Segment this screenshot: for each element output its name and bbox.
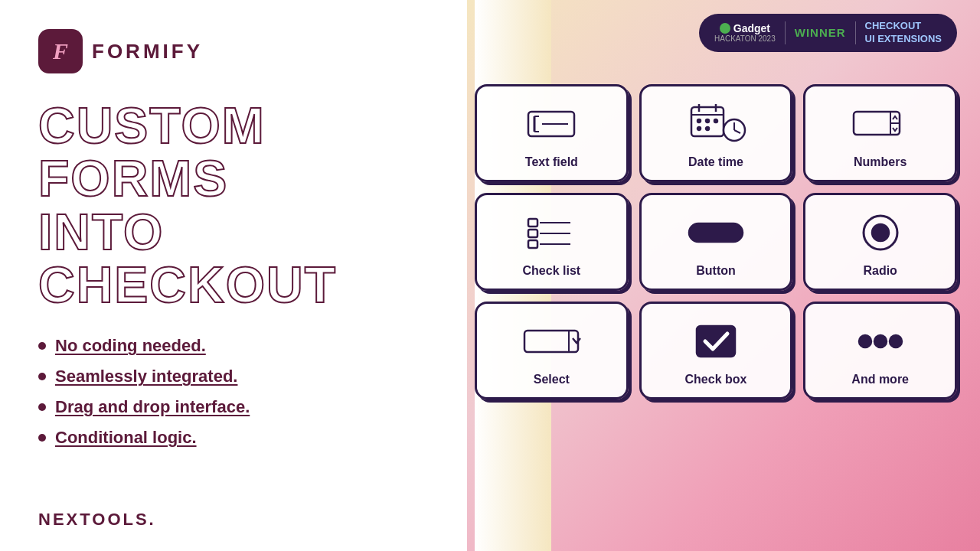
main-title: CUSTOM FORMS INTO CHECKOUT bbox=[38, 99, 459, 311]
headline-line2: INTO CHECKOUT bbox=[38, 206, 459, 312]
left-content: CUSTOM FORMS INTO CHECKOUT No coding nee… bbox=[38, 99, 459, 458]
feature-label: Drag and drop interface. bbox=[55, 397, 250, 417]
text-field-icon bbox=[513, 100, 590, 146]
svg-point-9 bbox=[697, 119, 701, 122]
form-card-button: Button bbox=[639, 193, 793, 291]
svg-point-32 bbox=[859, 335, 871, 347]
form-card-radio: Radio bbox=[803, 193, 957, 291]
gadget-icon bbox=[720, 23, 730, 34]
feature-label: No coding needed. bbox=[55, 336, 206, 356]
svg-point-11 bbox=[714, 119, 717, 122]
svg-point-13 bbox=[706, 127, 709, 130]
badge-divider bbox=[785, 21, 786, 44]
svg-rect-22 bbox=[528, 230, 537, 237]
form-card-check-box: Check box bbox=[639, 302, 793, 399]
feature-label: Conditional logic. bbox=[55, 428, 197, 448]
gadget-title: Gadget bbox=[720, 22, 770, 34]
form-card-numbers: Numbers bbox=[803, 84, 957, 182]
svg-point-28 bbox=[872, 224, 889, 241]
gadget-label: Gadget bbox=[733, 22, 770, 34]
badge-divider-2 bbox=[855, 21, 856, 44]
svg-point-12 bbox=[697, 127, 701, 130]
winner-label: WINNER bbox=[795, 26, 846, 39]
hackaton-label: HACKATON 2023 bbox=[714, 34, 776, 43]
bullet-icon bbox=[38, 373, 46, 380]
logo-box: F bbox=[38, 29, 83, 73]
card-label: Radio bbox=[863, 264, 897, 278]
svg-point-33 bbox=[874, 335, 887, 347]
feature-label: Seamlessly integrated. bbox=[55, 367, 237, 386]
svg-rect-24 bbox=[528, 240, 537, 248]
list-item: Seamlessly integrated. bbox=[38, 367, 459, 386]
form-card-select: Select bbox=[475, 302, 629, 399]
form-card-date-time: Date time bbox=[639, 84, 793, 182]
card-label: Check box bbox=[685, 373, 747, 386]
logo-area: F FORMIFY bbox=[38, 29, 203, 73]
check-box-icon bbox=[678, 318, 754, 364]
svg-point-34 bbox=[890, 335, 902, 347]
numbers-icon bbox=[842, 100, 919, 146]
nextools-logo: NEXTOOLS. bbox=[38, 510, 156, 530]
hackaton-badge: Gadget HACKATON 2023 WINNER CHECKOUTUI E… bbox=[699, 14, 957, 52]
form-card-check-list: Check list bbox=[475, 193, 629, 291]
bullet-icon bbox=[38, 342, 46, 350]
list-item: Conditional logic. bbox=[38, 428, 459, 448]
list-item: Drag and drop interface. bbox=[38, 397, 459, 417]
check-list-icon bbox=[513, 209, 590, 255]
card-label: Button bbox=[696, 264, 736, 278]
form-card-and-more: And more bbox=[803, 302, 957, 399]
svg-point-10 bbox=[706, 119, 709, 122]
select-icon bbox=[513, 318, 590, 364]
card-label: And more bbox=[851, 373, 909, 386]
card-label: Check list bbox=[523, 264, 581, 278]
svg-rect-29 bbox=[524, 331, 578, 352]
dots-icon bbox=[842, 318, 919, 364]
date-time-icon bbox=[678, 100, 754, 146]
radio-icon bbox=[842, 209, 919, 255]
svg-rect-31 bbox=[697, 326, 735, 357]
card-label: Numbers bbox=[854, 155, 906, 169]
button-icon bbox=[678, 209, 754, 255]
logo-f-letter: F bbox=[53, 38, 68, 64]
bullet-icon bbox=[38, 403, 46, 411]
card-label: Text field bbox=[525, 155, 578, 169]
checkout-label: CHECKOUTUI EXTENSIONS bbox=[865, 20, 942, 46]
svg-rect-20 bbox=[528, 219, 537, 227]
svg-rect-26 bbox=[689, 223, 743, 242]
headline-line1: CUSTOM FORMS bbox=[38, 99, 459, 206]
form-card-text-field: Text field bbox=[475, 84, 629, 182]
gadget-section: Gadget HACKATON 2023 bbox=[714, 22, 776, 43]
features-list: No coding needed. Seamlessly integrated.… bbox=[38, 336, 459, 448]
list-item: No coding needed. bbox=[38, 336, 459, 356]
form-grid: Text field Date time bbox=[475, 84, 957, 399]
logo-name: FORMIFY bbox=[92, 40, 203, 64]
bullet-icon bbox=[38, 434, 46, 442]
card-label: Date time bbox=[688, 155, 743, 169]
card-label: Select bbox=[534, 373, 570, 386]
